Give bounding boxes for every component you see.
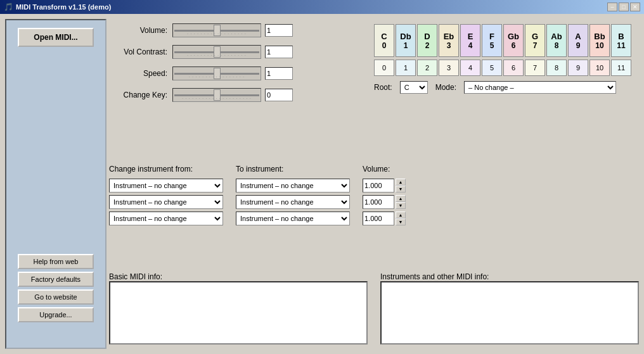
volume-slider-wrapper: · · · · · · · · · · · · · · · · · ·: [172, 23, 261, 37]
key-name-d: D: [424, 32, 430, 41]
volume-input[interactable]: 1: [265, 24, 293, 37]
key-name-ab: Ab: [551, 32, 562, 41]
title-bar-buttons[interactable]: – □ ✕: [607, 3, 640, 11]
key-bottom-g[interactable]: 7: [525, 60, 545, 76]
vol-inst-input-1[interactable]: [363, 179, 394, 193]
from-instrument-col: Change instrument from: Instrument – no …: [109, 165, 223, 225]
upgrade-button[interactable]: Upgrade...: [18, 307, 94, 322]
mode-label: Mode:: [435, 83, 456, 92]
key-bottom-a[interactable]: 9: [568, 60, 588, 76]
key-name-f: F: [489, 32, 494, 41]
key-num-gb: 6: [512, 41, 516, 50]
to-instrument-col: To instrument: Instrument – no change In…: [236, 165, 350, 225]
go-to-website-button[interactable]: Go to website: [18, 289, 94, 305]
info-boxes: Basic MIDI info: Instruments and other M…: [109, 272, 639, 346]
speed-label: Speed:: [109, 69, 172, 78]
root-mode-row: Root: CDbDEb EFGbG AbABbB Mode: – No cha…: [374, 81, 634, 94]
vol-spin-down-2[interactable]: ▼: [396, 202, 406, 209]
volume-inst-label: Volume:: [363, 165, 406, 174]
vol-spin-up-2[interactable]: ▲: [396, 195, 406, 202]
key-num-g: 7: [533, 41, 538, 50]
vol-spin-down-1[interactable]: ▼: [396, 186, 406, 193]
key-top-a[interactable]: A9: [568, 24, 588, 57]
vol-spin-btns-1[interactable]: ▲ ▼: [396, 179, 406, 193]
key-bottom-e[interactable]: 4: [460, 60, 480, 76]
title-bar-left: 🎵 MIDI Transform v1.15 (demo): [4, 3, 111, 11]
key-bottom-eb[interactable]: 3: [439, 60, 459, 76]
vol-contrast-input[interactable]: 1: [265, 46, 293, 58]
bottom-buttons: Help from web Factory defaults Go to web…: [6, 254, 105, 322]
factory-defaults-button[interactable]: Factory defaults: [18, 272, 94, 287]
change-key-label: Change Key:: [109, 91, 172, 99]
key-num-db: 1: [404, 41, 408, 50]
key-grid-top: C0Db1D2Eb3E4F5Gb6G7Ab8A9Bb10B11: [374, 24, 634, 57]
key-name-gb: Gb: [508, 32, 519, 41]
vol-contrast-slider[interactable]: [174, 46, 259, 58]
vol-contrast-slider-wrapper: · · · · · · · · · · · · · · · · · ·: [172, 45, 261, 59]
change-key-input[interactable]: 0: [265, 89, 293, 101]
to-instrument-label: To instrument:: [236, 165, 350, 174]
from-instrument-select-2[interactable]: Instrument – no change: [109, 195, 223, 209]
info-section: Basic MIDI info: Instruments and other M…: [109, 272, 639, 346]
instruments-info-label: Instruments and other MIDI info:: [380, 272, 489, 281]
key-top-b[interactable]: B11: [611, 24, 631, 57]
key-top-e[interactable]: E4: [460, 24, 480, 57]
maximize-button[interactable]: □: [619, 3, 629, 11]
key-top-bb[interactable]: Bb10: [589, 24, 610, 57]
to-instrument-select-3[interactable]: Instrument – no change: [236, 212, 350, 225]
minimize-button[interactable]: –: [607, 3, 617, 11]
volume-slider[interactable]: [174, 24, 259, 37]
key-name-a: A: [575, 32, 581, 41]
key-top-gb[interactable]: Gb6: [503, 24, 524, 57]
key-num-b: 11: [617, 41, 625, 50]
key-top-d[interactable]: D2: [417, 24, 437, 57]
key-bottom-ab[interactable]: 8: [546, 60, 567, 76]
left-panel: Open MIDI... Help from web Factory defau…: [5, 19, 106, 349]
vol-contrast-label: Vol Contrast:: [109, 47, 172, 56]
to-instrument-select-1[interactable]: Instrument – no change: [236, 179, 350, 193]
from-instrument-label: Change instrument from:: [109, 165, 223, 174]
open-midi-button[interactable]: Open MIDI...: [18, 28, 94, 47]
volume-label: Volume:: [109, 26, 172, 35]
root-select[interactable]: CDbDEb EFGbG AbABbB: [400, 81, 428, 94]
help-from-web-button[interactable]: Help from web: [18, 254, 94, 269]
vol-inst-input-3[interactable]: [363, 212, 394, 225]
vol-spin-down-3[interactable]: ▼: [396, 218, 406, 225]
key-top-c[interactable]: C0: [374, 24, 394, 57]
change-key-slider-wrapper: · · · · · · · · · · · · · · · · · · · · …: [172, 88, 261, 102]
vol-inst-input-2[interactable]: [363, 195, 394, 209]
key-bottom-f[interactable]: 5: [482, 60, 502, 76]
instruments-info-textarea[interactable]: [380, 281, 639, 345]
from-instrument-select-1[interactable]: Instrument – no change: [109, 179, 223, 193]
key-bottom-d[interactable]: 2: [417, 60, 437, 76]
key-name-b: B: [618, 32, 624, 41]
key-top-g[interactable]: G7: [525, 24, 545, 57]
key-top-db[interactable]: Db1: [396, 24, 416, 57]
key-bottom-b[interactable]: 11: [611, 60, 631, 76]
from-instrument-select-3[interactable]: Instrument – no change: [109, 212, 223, 225]
key-num-a: 9: [576, 41, 581, 50]
key-top-ab[interactable]: Ab8: [546, 24, 567, 57]
key-bottom-c[interactable]: 0: [374, 60, 394, 76]
key-top-f[interactable]: F5: [482, 24, 502, 57]
mode-select[interactable]: – No change – MajorMinorDorian PhrygianL…: [464, 81, 616, 94]
speed-input[interactable]: 1: [265, 67, 293, 80]
change-key-slider[interactable]: [174, 89, 259, 101]
key-bottom-bb[interactable]: 10: [589, 60, 610, 76]
close-button[interactable]: ✕: [630, 3, 640, 11]
basic-midi-textarea[interactable]: [109, 281, 368, 345]
key-name-g: G: [532, 32, 538, 41]
vol-spin-up-1[interactable]: ▲: [396, 179, 406, 186]
vol-spin-btns-3[interactable]: ▲ ▼: [396, 212, 406, 225]
speed-slider[interactable]: [174, 67, 259, 80]
key-bottom-gb[interactable]: 6: [503, 60, 524, 76]
key-grid-container: C0Db1D2Eb3E4F5Gb6G7Ab8A9Bb10B11 01234567…: [374, 24, 634, 94]
key-name-db: Db: [400, 32, 411, 41]
vol-spin-btns-2[interactable]: ▲ ▼: [396, 195, 406, 209]
vol-spin-up-3[interactable]: ▲: [396, 212, 406, 218]
vol-input-wrap-1: ▲ ▼: [363, 179, 406, 193]
key-top-eb[interactable]: Eb3: [439, 24, 459, 57]
to-instrument-select-2[interactable]: Instrument – no change: [236, 195, 350, 209]
instrument-columns: Change instrument from: Instrument – no …: [109, 165, 639, 225]
key-bottom-db[interactable]: 1: [396, 60, 416, 76]
